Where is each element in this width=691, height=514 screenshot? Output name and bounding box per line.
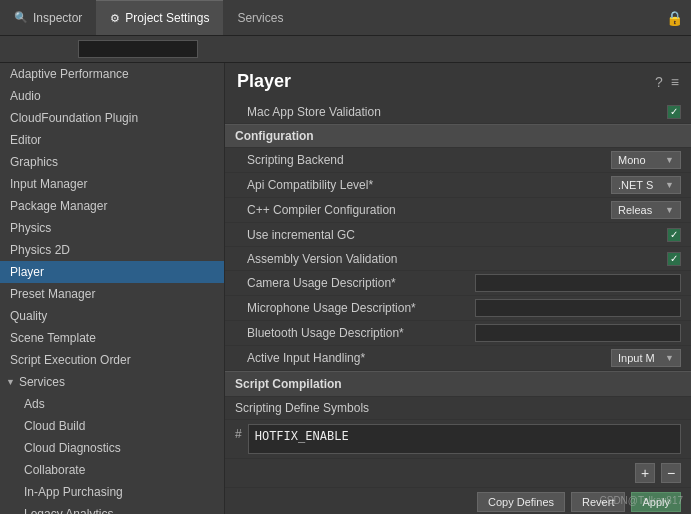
active-input-label: Active Input Handling* [235,351,475,365]
camera-usage-input[interactable] [475,274,681,292]
dropdown-arrow-3: ▼ [665,205,674,215]
settings-icon: ⚙ [110,12,120,25]
sidebar-item-scene-template[interactable]: Scene Template [0,327,224,349]
microphone-usage-row: Microphone Usage Description* [225,296,691,321]
cpp-compiler-label: C++ Compiler Configuration [235,203,475,217]
defines-textarea[interactable]: HOTFIX_ENABLE [248,424,681,454]
assembly-validation-value [475,252,681,266]
inspector-tab-label: Inspector [33,11,82,25]
panel-header: Player ? ≡ [225,63,691,100]
active-input-dropdown[interactable]: Input M ▼ [611,349,681,367]
search-input[interactable] [78,40,198,58]
microphone-usage-value [475,299,681,317]
sidebar-item-package-manager[interactable]: Package Manager [0,195,224,217]
scripting-backend-label: Scripting Backend [235,153,475,167]
configuration-header: Configuration [225,124,691,148]
dropdown-arrow-2: ▼ [665,180,674,190]
incremental-gc-checkbox[interactable] [667,228,681,242]
defines-hash: # [235,424,248,441]
api-compatibility-value: .NET S ▼ [475,176,681,194]
sidebar-item-audio[interactable]: Audio [0,85,224,107]
scripting-backend-dropdown[interactable]: Mono ▼ [611,151,681,169]
bluetooth-usage-row: Bluetooth Usage Description* [225,321,691,346]
scripting-backend-row: Scripting Backend Mono ▼ [225,148,691,173]
scripting-define-label: Scripting Define Symbols [225,397,691,420]
triangle-icon: ▼ [6,377,15,387]
camera-usage-label: Camera Usage Description* [235,276,475,290]
microphone-usage-label: Microphone Usage Description* [235,301,475,315]
sidebar-item-physics-2d[interactable]: Physics 2D [0,239,224,261]
sidebar-item-editor[interactable]: Editor [0,129,224,151]
copy-defines-button[interactable]: Copy Defines [477,492,565,512]
tab-services[interactable]: Services [223,0,297,35]
camera-usage-row: Camera Usage Description* [225,271,691,296]
dropdown-arrow: ▼ [665,155,674,165]
incremental-gc-value [475,228,681,242]
sidebar-item-cloud-build[interactable]: Cloud Build [0,415,224,437]
bluetooth-usage-value [475,324,681,342]
right-panel: Player ? ≡ Mac App Store Validation Conf… [225,63,691,514]
defines-controls: + − [225,459,691,488]
cpp-compiler-dropdown[interactable]: Releas ▼ [611,201,681,219]
cpp-compiler-row: C++ Compiler Configuration Releas ▼ [225,198,691,223]
sidebar-item-quality[interactable]: Quality [0,305,224,327]
sidebar-item-in-app-purchasing[interactable]: In-App Purchasing [0,481,224,503]
defines-input-row: # HOTFIX_ENABLE [225,420,691,459]
sidebar-item-legacy-analytics[interactable]: Legacy Analytics [0,503,224,514]
project-settings-tab-label: Project Settings [125,11,209,25]
assembly-validation-checkbox[interactable] [667,252,681,266]
bluetooth-usage-label: Bluetooth Usage Description* [235,326,475,340]
sidebar-item-script-execution-order[interactable]: Script Execution Order [0,349,224,371]
microphone-usage-input[interactable] [475,299,681,317]
tab-bar: 🔍 Inspector ⚙ Project Settings Services … [0,0,691,36]
sidebar-item-physics[interactable]: Physics [0,217,224,239]
tab-inspector[interactable]: 🔍 Inspector [0,0,96,35]
assembly-validation-row: Assembly Version Validation [225,247,691,271]
sidebar-item-collaborate[interactable]: Collaborate [0,459,224,481]
script-compilation-header: Script Compilation [225,371,691,397]
sidebar-item-ads[interactable]: Ads [0,393,224,415]
scripting-backend-value: Mono ▼ [475,151,681,169]
services-tab-label: Services [237,11,283,25]
help-icon[interactable]: ? [655,74,663,90]
sidebar-item-cloudfoundation[interactable]: CloudFoundation Plugin [0,107,224,129]
api-compatibility-row: Api Compatibility Level* .NET S ▼ [225,173,691,198]
panel-title: Player [237,71,291,92]
sidebar-item-cloud-diagnostics[interactable]: Cloud Diagnostics [0,437,224,459]
inspector-icon: 🔍 [14,11,28,24]
assembly-validation-label: Assembly Version Validation [235,252,475,266]
mac-app-store-row: Mac App Store Validation [225,100,691,124]
active-input-value: Input M ▼ [475,349,681,367]
lock-icon[interactable]: 🔒 [666,10,683,26]
mac-app-store-label: Mac App Store Validation [235,105,475,119]
dropdown-arrow-4: ▼ [665,353,674,363]
panel-icons: ? ≡ [655,74,679,90]
cpp-compiler-value: Releas ▼ [475,201,681,219]
sidebar-item-adaptive-performance[interactable]: Adaptive Performance [0,63,224,85]
mac-app-store-value [475,105,681,119]
incremental-gc-label: Use incremental GC [235,228,475,242]
mac-app-store-checkbox[interactable] [667,105,681,119]
api-compatibility-label: Api Compatibility Level* [235,178,475,192]
remove-define-button[interactable]: − [661,463,681,483]
menu-icon[interactable]: ≡ [671,74,679,90]
search-bar [0,36,691,63]
incremental-gc-row: Use incremental GC [225,223,691,247]
sidebar: Adaptive Performance Audio CloudFoundati… [0,63,225,514]
sidebar-item-services-group[interactable]: ▼ Services [0,371,224,393]
main-content: Adaptive Performance Audio CloudFoundati… [0,63,691,514]
bluetooth-usage-input[interactable] [475,324,681,342]
api-compatibility-dropdown[interactable]: .NET S ▼ [611,176,681,194]
watermark: CSDN@Talkay817 [599,495,683,506]
sidebar-item-preset-manager[interactable]: Preset Manager [0,283,224,305]
sidebar-item-input-manager[interactable]: Input Manager [0,173,224,195]
active-input-row: Active Input Handling* Input M ▼ [225,346,691,371]
sidebar-item-player[interactable]: Player [0,261,224,283]
add-define-button[interactable]: + [635,463,655,483]
tab-project-settings[interactable]: ⚙ Project Settings [96,0,223,35]
camera-usage-value [475,274,681,292]
sidebar-item-graphics[interactable]: Graphics [0,151,224,173]
